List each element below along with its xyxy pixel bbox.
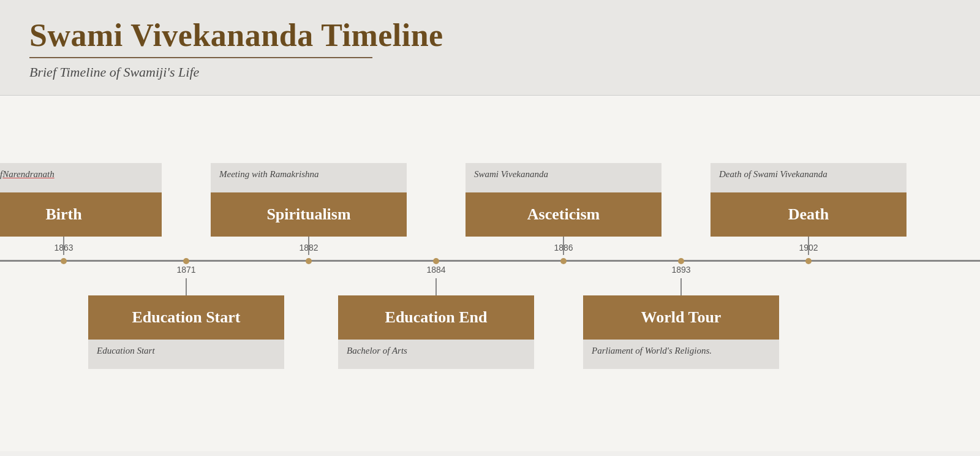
vline-spiritualism: [308, 237, 309, 255]
vline-birth: [63, 237, 64, 255]
tooltip-world-tour: Parliament of World's Religions.: [583, 340, 779, 369]
label-birth: Birth: [0, 192, 162, 237]
year-label-edu-start: 1871: [176, 265, 195, 275]
label-asceticism: Asceticism: [466, 192, 662, 237]
tooltip-asceticism: Swami Vivekananda: [466, 163, 662, 192]
top-event-asceticism: Swami VivekanandaAsceticism: [466, 163, 662, 255]
label-death: Death: [710, 192, 907, 237]
main-title: Swami Vivekananda Timeline: [29, 17, 951, 53]
subtitle: Brief Timeline of Swamiji's Life: [29, 64, 951, 80]
bottom-event-edu-start: Education StartEducation Start: [88, 278, 284, 369]
top-event-death: Death of Swami VivekanandaDeath: [710, 163, 907, 255]
label-spiritualism: Spiritualism: [211, 192, 407, 237]
timeline-dot-edu-start: [183, 258, 189, 264]
bottom-event-world-tour: World TourParliament of World's Religion…: [583, 278, 779, 369]
tooltip-edu-start: Education Start: [88, 340, 284, 369]
timeline-dot-asceticism: [560, 258, 567, 264]
header-section: Swami Vivekananda Timeline Brief Timelin…: [0, 0, 980, 96]
vline-world-tour: [680, 278, 682, 295]
year-label-world-tour: 1893: [671, 265, 690, 275]
vline-death: [808, 237, 809, 255]
vline-asceticism: [563, 237, 564, 255]
timeline-dot-death: [805, 258, 812, 264]
top-event-birth: Birth of NarendranathBirth: [0, 163, 162, 255]
top-event-spiritualism: Meeting with RamakrishnaSpiritualism: [211, 163, 407, 255]
header-divider: [29, 57, 372, 58]
tooltip-death: Death of Swami Vivekananda: [710, 163, 907, 192]
vline-edu-start: [186, 278, 187, 295]
label-edu-end: Education End: [338, 295, 534, 340]
bottom-event-edu-end: Education EndBachelor of Arts: [338, 278, 534, 369]
timeline-dot-birth: [61, 258, 67, 264]
tooltip-spiritualism: Meeting with Ramakrishna: [211, 163, 407, 192]
timeline-dot-spiritualism: [306, 258, 312, 264]
label-edu-start: Education Start: [88, 295, 284, 340]
timeline-dot-world-tour: [678, 258, 684, 264]
year-label-edu-end: 1884: [426, 265, 445, 275]
vline-edu-end: [435, 278, 437, 295]
timeline-area: 1863Birth of NarendranathBirth1882Meetin…: [0, 96, 980, 451]
timeline-track: [0, 260, 980, 262]
tooltip-birth: Birth of Narendranath: [0, 163, 162, 192]
timeline-dot-edu-end: [433, 258, 439, 264]
tooltip-edu-end: Bachelor of Arts: [338, 340, 534, 369]
label-world-tour: World Tour: [583, 295, 779, 340]
